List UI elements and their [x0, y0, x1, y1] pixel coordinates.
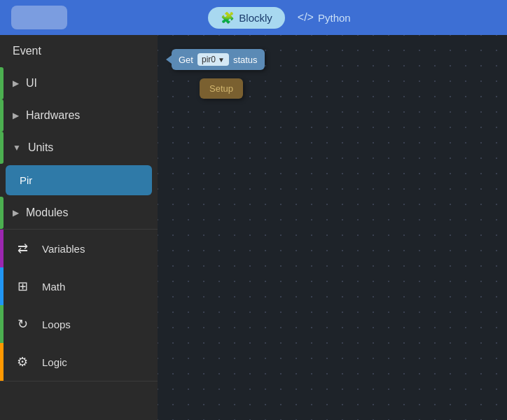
modules-accent-bar	[0, 197, 4, 229]
sidebar-item-logic[interactable]: ⚙ Logic	[0, 343, 158, 381]
sidebar-item-units[interactable]: ▼ Units	[0, 132, 158, 164]
python-code-icon: </>	[298, 11, 314, 24]
math-accent-bar	[0, 267, 4, 305]
tab-blockly[interactable]: 🧩 Blockly	[208, 7, 285, 29]
math-label: Math	[42, 281, 65, 293]
dropdown-arrow-icon: ▼	[218, 56, 225, 64]
block-get-pir-status[interactable]: Get pir0 ▼ status	[172, 49, 265, 70]
tab-blockly-label: Blockly	[239, 12, 272, 24]
sidebar-item-event[interactable]: Event	[0, 35, 158, 67]
sidebar-sub-item-pir[interactable]: Pir	[6, 165, 152, 195]
hardwares-arrow-icon: ▶	[13, 111, 19, 120]
logic-accent-bar	[0, 343, 4, 381]
blocks-container: Get pir0 ▼ status Setup	[172, 49, 265, 99]
variables-label: Variables	[42, 243, 85, 255]
ui-arrow-icon: ▶	[13, 78, 19, 88]
block-pir-value: pir0	[202, 55, 216, 64]
blockly-puzzle-icon: 🧩	[221, 11, 235, 24]
pir-label: Pir	[20, 174, 32, 186]
block-get-label: Get	[179, 55, 193, 65]
math-icon: ⊞	[13, 276, 32, 296]
block-status-label: status	[233, 55, 258, 65]
header: 🧩 Blockly </> Python	[0, 0, 507, 35]
tab-python[interactable]: </> Python	[285, 7, 363, 29]
header-tabs: 🧩 Blockly </> Python	[208, 7, 363, 29]
main-content: Event ▶ UI ▶ Hardwares ▼ Units Pir	[0, 35, 507, 420]
logic-icon: ⚙	[13, 352, 32, 372]
tab-python-label: Python	[318, 12, 351, 24]
sidebar-item-label: Event	[13, 45, 41, 57]
sidebar-item-label: Units	[28, 141, 53, 154]
ui-accent-bar	[0, 67, 4, 99]
sidebar: Event ▶ UI ▶ Hardwares ▼ Units Pir	[0, 35, 158, 420]
block-setup-label: Setup	[209, 83, 233, 94]
loops-icon: ↻	[13, 314, 32, 334]
back-button[interactable]	[11, 6, 67, 29]
block-pir-dropdown[interactable]: pir0 ▼	[197, 53, 229, 66]
modules-arrow-icon: ▶	[13, 208, 19, 218]
block-setup[interactable]: Setup	[200, 78, 243, 99]
hardwares-accent-bar	[0, 99, 4, 132]
sidebar-item-label: Hardwares	[26, 109, 80, 122]
loops-label: Loops	[42, 318, 71, 330]
loops-accent-bar	[0, 305, 4, 343]
variables-accent-bar	[0, 230, 4, 267]
logic-label: Logic	[42, 356, 67, 368]
sidebar-section-categories: ⇄ Variables ⊞ Math ↻ Loops ⚙ Logic	[0, 230, 158, 382]
sidebar-item-variables[interactable]: ⇄ Variables	[0, 230, 158, 267]
sidebar-item-label: Modules	[26, 206, 68, 219]
sidebar-item-loops[interactable]: ↻ Loops	[0, 305, 158, 343]
sidebar-item-hardwares[interactable]: ▶ Hardwares	[0, 99, 158, 132]
variables-icon: ⇄	[13, 239, 32, 258]
sidebar-item-modules[interactable]: ▶ Modules	[0, 197, 158, 229]
sidebar-item-ui[interactable]: ▶ UI	[0, 67, 158, 99]
sidebar-item-math[interactable]: ⊞ Math	[0, 267, 158, 305]
units-arrow-icon: ▼	[13, 143, 21, 153]
units-accent-bar	[0, 132, 4, 164]
sidebar-section-hardware: Event ▶ UI ▶ Hardwares ▼ Units Pir	[0, 35, 158, 230]
sidebar-item-label: UI	[26, 77, 37, 90]
canvas-area[interactable]: Get pir0 ▼ status Setup	[158, 35, 507, 420]
